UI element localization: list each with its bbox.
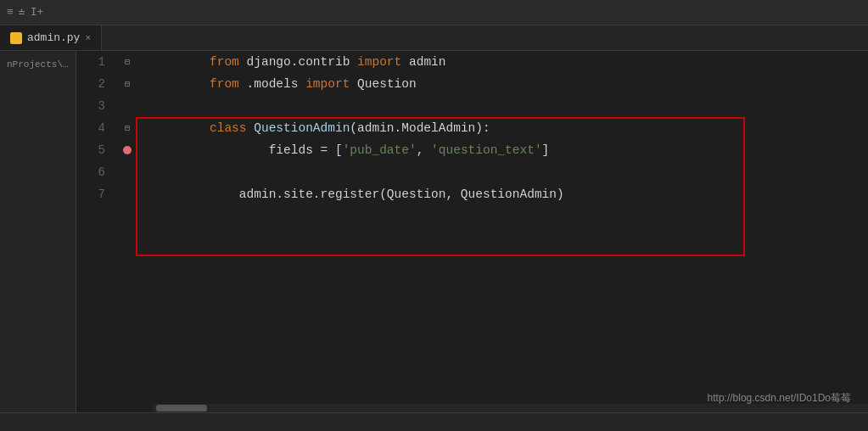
token-str-1: 'pub_date'	[343, 143, 417, 157]
token-plain-4: Question	[350, 77, 416, 91]
fold-arrow-1[interactable]: ⊟	[125, 57, 130, 67]
token-register: admin.site.register(Question, QuestionAd…	[210, 188, 564, 201]
line-gutter-1: ⊟	[119, 57, 136, 67]
token-comma: ,	[417, 143, 431, 157]
token-import-2: import	[305, 77, 350, 91]
line-number-4: 4	[76, 121, 119, 135]
token-str-2: 'question_text'	[431, 143, 542, 157]
line-number-7: 7	[76, 188, 119, 201]
toolbar: ≡ ≐ I+	[0, 0, 868, 25]
scrollbar-thumb[interactable]	[156, 405, 207, 411]
token-bracket: ]	[542, 143, 550, 157]
token-from-2: from	[210, 77, 239, 91]
line-number-2: 2	[76, 77, 119, 91]
line-number-3: 3	[76, 99, 119, 113]
tab-close-button[interactable]: ×	[85, 33, 91, 43]
cursor-icon[interactable]: I+	[31, 6, 44, 19]
code-editor[interactable]: 1 ⊟ from django.contrib import admin 2 ⊟…	[76, 51, 868, 431]
menu-icon[interactable]: ≡	[7, 6, 14, 19]
line-gutter-4: ⊟	[119, 123, 136, 133]
tab-admin-py[interactable]: admin.py ×	[0, 25, 102, 50]
code-line-7: 7 admin.site.register(Question, Question…	[76, 183, 868, 205]
status-bar	[0, 412, 868, 431]
line-number-6: 6	[76, 165, 119, 179]
tab-filename: admin.py	[27, 31, 80, 44]
main-area: nProjects\mysi 1 ⊟ from django.contrib i…	[0, 51, 868, 431]
line-content-7: admin.site.register(Question, QuestionAd…	[136, 161, 868, 227]
horizontal-scrollbar[interactable]	[153, 404, 868, 412]
token-fields: fields = [	[210, 143, 343, 157]
line-gutter-2: ⊟	[119, 79, 136, 89]
line-gutter-5	[119, 146, 136, 154]
tab-bar: admin.py ×	[0, 25, 868, 51]
line-number-1: 1	[76, 55, 119, 69]
code-line-5: 5 fields = ['pub_date', 'question_text']	[76, 139, 868, 161]
sidebar: nProjects\mysi	[0, 51, 76, 431]
code-area: 1 ⊟ from django.contrib import admin 2 ⊟…	[76, 51, 868, 205]
split-icon[interactable]: ≐	[19, 6, 25, 20]
token-plain-3: .models	[239, 77, 305, 91]
python-file-icon	[10, 32, 22, 44]
line-number-5: 5	[76, 143, 119, 157]
breakpoint-5	[123, 146, 132, 154]
code-line-2: 2 ⊟ from .models import Question	[76, 73, 868, 95]
fold-arrow-4[interactable]: ⊟	[125, 123, 130, 133]
sidebar-path-label: nProjects\mysi	[3, 58, 72, 71]
fold-arrow-2[interactable]: ⊟	[125, 79, 130, 89]
